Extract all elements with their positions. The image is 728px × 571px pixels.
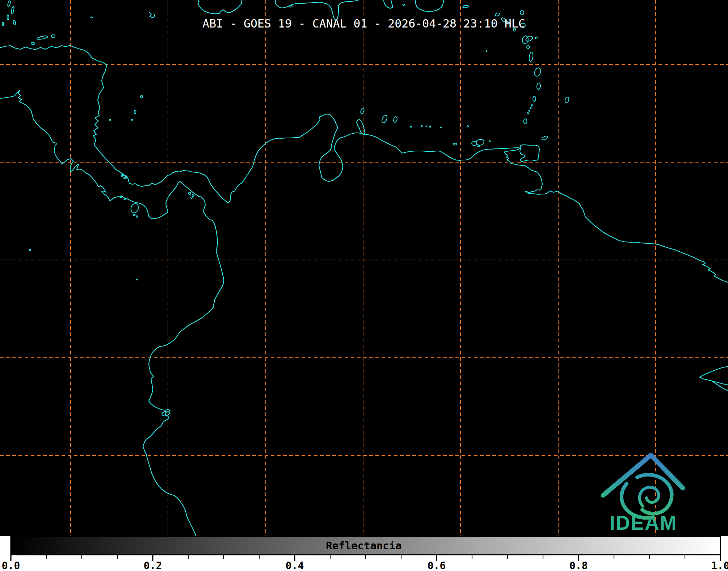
colorbar-tick-label: 0.2 — [144, 560, 162, 571]
colorbar: Reflectancia 0.00.20.40.60.81.0 — [0, 536, 728, 571]
colorbar-tick-label: 0.6 — [428, 560, 446, 571]
colorbar-tick-label: 0.4 — [286, 560, 304, 571]
colorbar-label: Reflectancia — [326, 539, 402, 552]
colorbar-tick-label: 0.8 — [569, 560, 588, 571]
satellite-image-product: ABI - GOES 19 - CANAL 01 - 2026-04-28 23… — [0, 0, 728, 571]
ideam-logo-text: IDEAM — [609, 512, 677, 534]
map-title: ABI - GOES 19 - CANAL 01 - 2026-04-28 23… — [202, 17, 525, 30]
colorbar-tick-label: 0.0 — [2, 560, 20, 571]
colorbar-tick-label: 1.0 — [711, 560, 728, 571]
